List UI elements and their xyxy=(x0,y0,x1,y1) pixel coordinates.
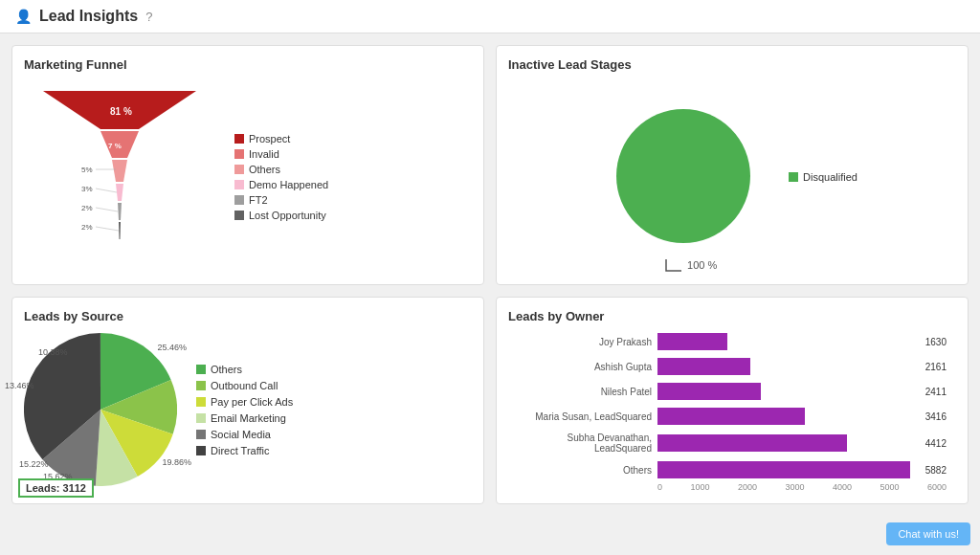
axis-label: 5000 xyxy=(880,482,899,492)
bar-label: Nilesh Patel xyxy=(508,387,652,397)
demo-label: Demo Happened xyxy=(249,179,328,190)
svg-marker-4 xyxy=(112,160,127,182)
bar-track xyxy=(657,434,916,452)
bar-label: Ashish Gupta xyxy=(508,362,652,372)
ft2-label: FT2 xyxy=(249,194,268,206)
lost-label: Lost Opportunity xyxy=(249,210,326,221)
axis-labels: 0100020003000400050006000 xyxy=(657,482,947,492)
direct-label: Direct Traffic xyxy=(211,445,270,456)
bar-value: 3416 xyxy=(925,411,947,422)
bar-track xyxy=(657,383,916,400)
bar-label: Subha Devanathan, LeadSquared xyxy=(508,433,652,454)
inactive-stages-card: Inactive Lead Stages 100 % Disqualified xyxy=(496,45,969,285)
bracket-icon xyxy=(664,257,683,273)
dashboard: Marketing Funnel 81 % 7 % 5% 3% xyxy=(0,33,980,516)
legend-item-disqualified: Disqualified xyxy=(789,171,858,183)
svg-text:3%: 3% xyxy=(81,185,93,193)
inactive-percent: 100 % xyxy=(687,259,717,271)
funnel-container: 81 % 7 % 5% 3% 2% 2% xyxy=(24,81,472,273)
social-dot xyxy=(196,430,206,439)
inactive-container: 100 % Disqualified xyxy=(508,81,956,273)
inactive-circle-chart xyxy=(607,100,760,253)
legend-social: Social Media xyxy=(196,429,293,440)
social-label: Social Media xyxy=(211,429,271,440)
legend-others: Others xyxy=(196,364,293,375)
bar-row: Others5882 xyxy=(508,461,947,478)
email-label: Email Marketing xyxy=(211,412,286,424)
svg-text:7 %: 7 % xyxy=(108,142,122,150)
bar-label: Maria Susan, LeadSquared xyxy=(508,411,652,422)
bar-value: 2411 xyxy=(925,387,947,397)
legend-item-prospect: Prospect xyxy=(234,133,328,144)
help-icon[interactable]: ? xyxy=(145,10,152,24)
axis-label: 6000 xyxy=(927,482,947,492)
axis-label: 4000 xyxy=(833,482,852,492)
axis-label: 2000 xyxy=(738,482,757,492)
app-header: 👤 Lead Insights ? xyxy=(0,0,980,33)
svg-line-13 xyxy=(96,189,117,192)
svg-marker-5 xyxy=(116,184,123,201)
pie-label-6: 10.38% xyxy=(38,347,68,357)
bar-track xyxy=(657,333,916,350)
bar-value: 5882 xyxy=(925,465,947,476)
bar-value: 4412 xyxy=(925,438,947,449)
pie-chart-container: 25.46% 19.86% 15.62% 15.22% 13.46% 10.38… xyxy=(24,333,177,486)
bar-track xyxy=(657,461,916,478)
bar-label: Others xyxy=(508,465,652,476)
legend-direct: Direct Traffic xyxy=(196,445,293,456)
bar-fill xyxy=(657,358,750,375)
email-dot xyxy=(196,413,206,423)
svg-marker-7 xyxy=(119,222,121,239)
leads-by-source-card: Leads by Source 25.46% 19.86% 15.62% 15.… xyxy=(11,297,484,504)
svg-text:5%: 5% xyxy=(81,166,93,174)
axis-label: 1000 xyxy=(690,482,709,492)
inactive-stages-title: Inactive Lead Stages xyxy=(508,57,956,72)
source-container: 25.46% 19.86% 15.62% 15.22% 13.46% 10.38… xyxy=(24,333,472,486)
bar-track xyxy=(657,408,916,425)
ppc-label: Pay per Click Ads xyxy=(211,396,293,408)
svg-marker-6 xyxy=(118,203,122,220)
bar-track xyxy=(657,358,916,375)
bar-fill xyxy=(657,434,847,452)
legend-item-ft2: FT2 xyxy=(234,194,328,206)
lost-color xyxy=(234,211,244,220)
bar-row: Ashish Gupta2161 xyxy=(508,358,947,375)
svg-line-14 xyxy=(96,208,118,211)
bar-row: Nilesh Patel2411 xyxy=(508,383,947,400)
others-dot xyxy=(196,365,206,374)
funnel-legend: Prospect Invalid Others Demo Happened FT… xyxy=(234,133,328,221)
svg-text:2%: 2% xyxy=(81,223,93,232)
legend-item-lost: Lost Opportunity xyxy=(234,210,328,221)
legend-ppc: Pay per Click Ads xyxy=(196,396,293,408)
pie-label-1: 25.46% xyxy=(157,343,187,352)
bar-value: 1630 xyxy=(925,337,947,347)
ppc-dot xyxy=(196,397,206,407)
demo-color xyxy=(234,180,244,189)
bar-chart: Joy Prakash1630Ashish Gupta2161Nilesh Pa… xyxy=(508,333,947,478)
axis-label: 3000 xyxy=(785,482,804,492)
inactive-circle-wrapper: 100 % xyxy=(607,100,760,255)
prospect-color xyxy=(234,134,244,144)
outbound-dot xyxy=(196,381,206,390)
bar-fill xyxy=(657,333,727,350)
disqualified-label: Disqualified xyxy=(803,171,858,183)
legend-email: Email Marketing xyxy=(196,412,293,424)
bar-fill xyxy=(657,408,805,425)
source-legend: Others Outbound Call Pay per Click Ads E… xyxy=(196,364,293,456)
marketing-funnel-card: Marketing Funnel 81 % 7 % 5% 3% xyxy=(11,45,484,285)
owner-container: Joy Prakash1630Ashish Gupta2161Nilesh Pa… xyxy=(508,333,956,492)
legend-item-invalid: Invalid xyxy=(234,148,328,160)
bar-row: Maria Susan, LeadSquared3416 xyxy=(508,408,947,425)
legend-item-demo: Demo Happened xyxy=(234,179,328,190)
bar-label: Joy Prakash xyxy=(508,337,652,347)
outbound-label: Outbound Call xyxy=(211,380,278,391)
others-label: Others xyxy=(249,164,280,175)
page-title: Lead Insights xyxy=(39,8,138,25)
svg-text:81 %: 81 % xyxy=(110,106,132,117)
svg-line-15 xyxy=(96,227,119,231)
others-color xyxy=(234,165,244,174)
leads-by-owner-title: Leads by Owner xyxy=(508,309,956,323)
inactive-legend: Disqualified xyxy=(789,171,858,183)
axis-label: 0 xyxy=(657,482,662,492)
disqualified-color xyxy=(789,172,798,182)
